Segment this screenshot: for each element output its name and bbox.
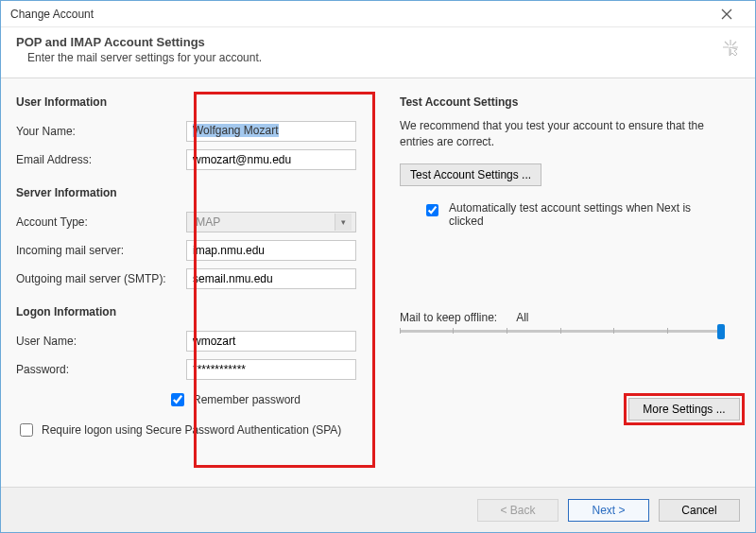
header-title: POP and IMAP Account Settings <box>16 35 740 49</box>
section-test: Test Account Settings <box>400 95 740 109</box>
email-input[interactable] <box>186 149 356 170</box>
next-button[interactable]: Next > <box>568 499 649 522</box>
close-button[interactable] <box>708 4 746 25</box>
test-blurb: We recommend that you test your account … <box>400 118 740 150</box>
slider-thumb[interactable] <box>717 324 725 339</box>
spa-checkbox[interactable] <box>20 423 33 437</box>
label-email: Email Address: <box>16 153 186 166</box>
label-password: Password: <box>16 363 186 376</box>
section-server-info: Server Information <box>16 186 373 199</box>
more-settings-area: More Settings ... <box>628 398 740 421</box>
outgoing-server-input[interactable] <box>186 268 356 289</box>
dialog-body: User Information Your Name: Wolfgang Moz… <box>1 78 755 487</box>
cursor-icon <box>719 37 742 60</box>
label-outgoing: Outgoing mail server (SMTP): <box>16 272 186 285</box>
header-subtitle: Enter the mail server settings for your … <box>16 51 740 64</box>
mail-offline-value: All <box>516 311 528 324</box>
window-title: Change Account <box>10 8 94 21</box>
auto-test-label: Automatically test account settings when… <box>449 201 713 228</box>
incoming-server-input[interactable] <box>186 240 356 261</box>
header: POP and IMAP Account Settings Enter the … <box>1 27 755 78</box>
footer: < Back Next > Cancel <box>1 487 755 532</box>
your-name-input[interactable]: Wolfgang Mozart <box>186 121 356 142</box>
remember-password-row: Remember password <box>167 390 373 409</box>
mail-offline-label: Mail to keep offline: <box>400 311 497 324</box>
left-column: User Information Your Name: Wolfgang Moz… <box>16 92 373 439</box>
password-input[interactable] <box>186 359 356 380</box>
mail-offline-slider-wrap <box>400 328 740 334</box>
change-account-dialog: Change Account POP and IMAP Account Sett… <box>0 0 756 533</box>
remember-password-label: Remember password <box>193 393 301 406</box>
section-user-info: User Information <box>16 95 373 109</box>
close-icon <box>721 9 732 20</box>
test-account-settings-button[interactable]: Test Account Settings ... <box>400 163 541 186</box>
label-account-type: Account Type: <box>16 215 186 229</box>
right-column: Test Account Settings We recommend that … <box>400 92 740 439</box>
section-logon-info: Logon Information <box>16 305 373 318</box>
cancel-button[interactable]: Cancel <box>659 499 740 522</box>
spa-row: Require logon using Secure Password Auth… <box>16 421 373 439</box>
remember-password-checkbox[interactable] <box>171 393 184 406</box>
auto-test-row: Automatically test account settings when… <box>400 201 740 228</box>
auto-test-checkbox[interactable] <box>426 204 438 216</box>
label-username: User Name: <box>16 335 186 348</box>
spa-label: Require logon using Secure Password Auth… <box>42 423 341 437</box>
label-incoming: Incoming mail server: <box>16 244 186 257</box>
username-input[interactable] <box>186 331 356 352</box>
back-button: < Back <box>477 499 558 522</box>
label-your-name: Your Name: <box>16 125 186 138</box>
chevron-down-icon: ▾ <box>335 214 352 231</box>
mail-offline-row: Mail to keep offline: All <box>400 311 740 324</box>
titlebar: Change Account <box>1 1 755 27</box>
account-type-select: IMAP ▾ <box>186 212 356 232</box>
more-settings-button[interactable]: More Settings ... <box>628 398 740 421</box>
mail-offline-slider[interactable] <box>400 328 721 334</box>
